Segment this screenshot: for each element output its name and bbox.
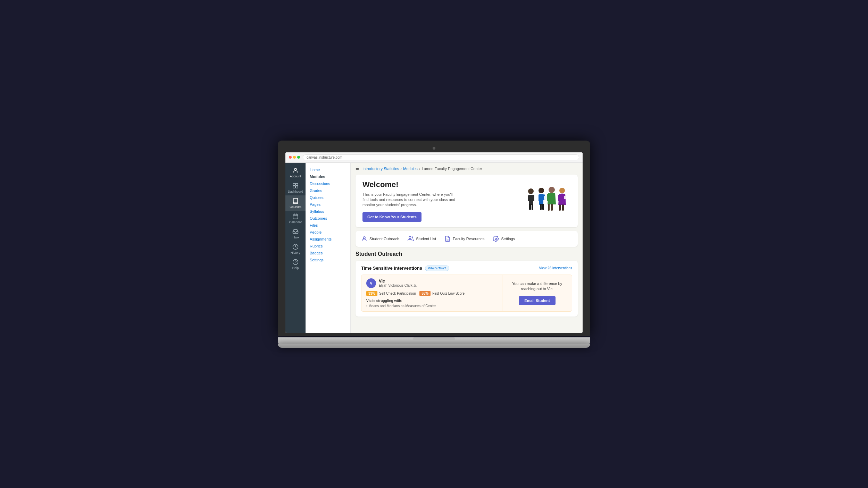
course-nav: Home Modules Discussions Grades Quizzes … xyxy=(306,163,351,333)
course-nav-settings[interactable]: Settings xyxy=(306,256,350,263)
sidebar-item-inbox[interactable]: Inbox xyxy=(285,226,306,241)
course-nav-syllabus[interactable]: Syllabus xyxy=(306,208,350,215)
breadcrumb-course[interactable]: Introductory Statistics xyxy=(362,167,399,171)
course-nav-outcomes[interactable]: Outcomes xyxy=(306,215,350,222)
svg-rect-16 xyxy=(529,204,531,210)
stat-quiz: 58% First Quiz Low Score xyxy=(419,291,465,296)
calendar-icon xyxy=(292,213,299,220)
sidebar-item-inbox-label: Inbox xyxy=(292,236,299,239)
student-name-block: Vic Elijah Victorious Clark Jr. xyxy=(379,279,417,287)
course-nav-people[interactable]: People xyxy=(306,229,350,236)
interventions-title: Time Sensitive Interventions xyxy=(361,266,422,271)
svg-rect-29 xyxy=(551,204,553,211)
laptop-base xyxy=(278,337,590,344)
welcome-card: Welcome! This is your Faculty Engagement… xyxy=(356,175,578,227)
svg-rect-17 xyxy=(532,204,533,210)
svg-rect-35 xyxy=(562,204,564,211)
min-dot xyxy=(293,156,296,159)
faculty-resources-icon xyxy=(444,236,451,242)
help-icon xyxy=(292,259,299,266)
history-icon xyxy=(292,243,299,250)
course-nav-grades[interactable]: Grades xyxy=(306,187,350,194)
url-bar[interactable]: canvas.instructure.com xyxy=(303,154,579,160)
sidebar-item-help[interactable]: Help xyxy=(285,256,306,272)
svg-rect-5 xyxy=(293,214,298,219)
svg-rect-23 xyxy=(540,204,542,210)
account-icon xyxy=(292,167,299,174)
menu-icon[interactable]: ☰ xyxy=(356,166,359,171)
sidebar-item-help-label: Help xyxy=(292,266,299,270)
student-avatar: V xyxy=(366,278,376,288)
svg-point-12 xyxy=(528,188,534,194)
tab-faculty-resources[interactable]: Faculty Resources xyxy=(444,234,484,243)
course-nav-rubrics[interactable]: Rubrics xyxy=(306,243,350,250)
breadcrumb-sep-2: › xyxy=(419,166,420,171)
sidebar-item-courses-label: Courses xyxy=(290,205,301,209)
sidebar-item-dashboard[interactable]: Dashboard xyxy=(285,180,306,195)
student-stats: 33% Self Check Participation 58% First Q… xyxy=(366,291,497,296)
svg-rect-33 xyxy=(564,196,566,199)
course-nav-assignments[interactable]: Assignments xyxy=(306,236,350,243)
struggling-item: • Means and Medians as Measures of Cente… xyxy=(366,304,497,308)
svg-point-18 xyxy=(539,188,544,193)
student-list-icon xyxy=(408,236,414,242)
breadcrumb-page: Lumen Faculty Engagement Center xyxy=(422,167,482,171)
svg-rect-4 xyxy=(296,186,298,188)
breadcrumb-section[interactable]: Modules xyxy=(403,167,418,171)
struggling-label: Vic is struggling with: xyxy=(366,299,497,303)
get-to-know-students-button[interactable]: Get to Know Your Students xyxy=(362,212,422,222)
svg-rect-31 xyxy=(558,195,560,201)
tab-student-outreach[interactable]: Student Outreach xyxy=(361,234,399,243)
course-nav-pages[interactable]: Pages xyxy=(306,201,350,208)
section-title: Student Outreach xyxy=(356,251,578,257)
sidebar-item-history[interactable]: History xyxy=(285,241,306,256)
tab-settings-label: Settings xyxy=(501,237,515,241)
course-nav-files[interactable]: Files xyxy=(306,222,350,229)
main-content: ☰ Introductory Statistics › Modules › Lu… xyxy=(351,163,583,333)
svg-point-30 xyxy=(559,188,565,193)
settings-tab-icon xyxy=(493,236,499,242)
svg-rect-2 xyxy=(296,183,298,185)
sidebar-item-history-label: History xyxy=(291,251,300,254)
welcome-title: Welcome! xyxy=(362,180,460,189)
course-nav-badges[interactable]: Badges xyxy=(306,250,350,256)
course-nav-discussions[interactable]: Discussions xyxy=(306,180,350,187)
tab-student-list[interactable]: Student List xyxy=(408,234,436,243)
outreach-message: You can make a difference by reaching ou… xyxy=(507,281,567,292)
student-header: V Vic Elijah Victorious Clark Jr. xyxy=(366,278,497,288)
browser-bar: canvas.instructure.com xyxy=(285,152,583,163)
svg-rect-1 xyxy=(293,183,295,185)
sidebar-item-account-label: Account xyxy=(290,175,301,178)
stat-self-check: 33% Self Check Participation xyxy=(366,291,416,296)
svg-rect-27 xyxy=(553,194,555,200)
sidebar-item-calendar[interactable]: Calendar xyxy=(285,211,306,226)
sidebar-item-dashboard-label: Dashboard xyxy=(288,190,303,193)
laptop-shell: canvas.instructure.com Account xyxy=(278,141,590,348)
view-interventions-link[interactable]: View 26 Interventions xyxy=(539,266,572,270)
close-dot xyxy=(289,156,292,159)
email-student-button[interactable]: Email Student xyxy=(519,296,555,305)
screen-bezel: canvas.instructure.com Account xyxy=(278,141,590,336)
student-info-panel: V Vic Elijah Victorious Clark Jr. 33% xyxy=(361,275,502,311)
camera xyxy=(433,147,435,150)
laptop-screen: canvas.instructure.com Account xyxy=(285,152,583,333)
tab-settings[interactable]: Settings xyxy=(493,234,515,243)
student-name: Vic xyxy=(379,279,417,284)
sidebar-item-courses[interactable]: Courses xyxy=(285,195,306,211)
sidebar-item-account[interactable]: Account xyxy=(285,165,306,180)
stat-quiz-label: First Quiz Low Score xyxy=(432,292,465,295)
laptop-bottom xyxy=(278,344,590,348)
struggling-item-text: Means and Medians as Measures of Center xyxy=(368,304,436,308)
interventions-header: Time Sensitive Interventions What's This… xyxy=(361,266,572,271)
breadcrumb-sep-1: › xyxy=(400,166,402,171)
inbox-icon xyxy=(292,228,299,235)
courses-icon xyxy=(292,197,299,204)
student-outreach-icon xyxy=(361,236,367,242)
course-nav-quizzes[interactable]: Quizzes xyxy=(306,194,350,201)
max-dot xyxy=(297,156,300,159)
course-nav-modules: Modules xyxy=(306,173,350,180)
whats-this-badge[interactable]: What's This? xyxy=(425,266,449,271)
outreach-panel: You can make a difference by reaching ou… xyxy=(502,275,572,311)
svg-point-25 xyxy=(549,187,555,193)
course-nav-home[interactable]: Home xyxy=(306,166,350,173)
